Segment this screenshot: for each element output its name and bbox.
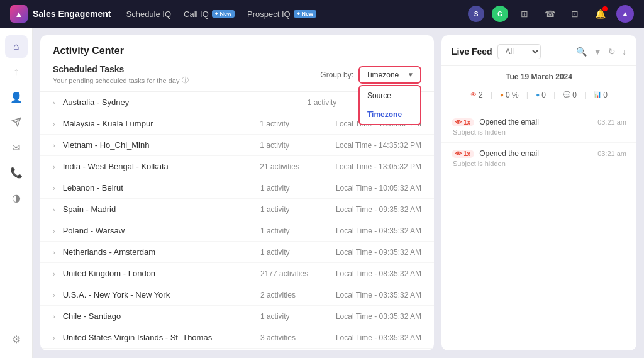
task-row[interactable]: › U.S.A. - New York - New York 2 activit… xyxy=(40,284,434,306)
nav-call-iq[interactable]: Call IQ + New xyxy=(184,9,235,19)
task-list: › Australia - Sydney 1 activity Local Ti… xyxy=(40,92,434,350)
stat-pct: ● 0 % xyxy=(500,91,519,99)
phone-icon[interactable]: ☎ xyxy=(541,5,558,23)
eye-icon: 👁 xyxy=(470,91,477,98)
row-chevron-icon: › xyxy=(53,227,55,235)
task-time: Local Time - 08:35:32 AM xyxy=(336,269,421,278)
grid-icon[interactable]: ⊞ xyxy=(516,5,533,23)
brand-logo[interactable]: ▲ Sales Engagement xyxy=(10,5,111,23)
task-name: U.S.A. - New York - New York xyxy=(63,290,260,299)
row-chevron-icon: › xyxy=(53,313,55,320)
task-time: Local Time - 09:35:32 AM xyxy=(336,205,421,214)
download-icon[interactable]: ↓ xyxy=(622,47,626,57)
user-icon[interactable]: ▲ xyxy=(616,5,634,23)
nav-prospect-iq[interactable]: Prospect IQ + New xyxy=(247,9,316,19)
feed-items: 👁 1x Opened the email 03:21 am Subject i… xyxy=(441,106,636,350)
task-time: Local Time - 09:35:32 AM xyxy=(336,248,421,257)
sidebar-item-contacts[interactable]: 👤 xyxy=(5,86,28,108)
task-row[interactable]: › Lebanon - Beirut 1 activity Local Time… xyxy=(40,177,434,199)
task-count: 1 activity xyxy=(260,248,336,257)
brand-name: Sales Engagement xyxy=(33,9,111,19)
group-by-dropdown-trigger[interactable]: Timezone ▼ xyxy=(358,66,421,84)
task-count: 3 activities xyxy=(260,333,336,342)
dropdown-option-timezone[interactable]: Timezone xyxy=(360,105,420,124)
row-chevron-icon: › xyxy=(53,142,55,149)
live-feed-icons: 🔍 ▼ ↻ ↓ xyxy=(576,47,626,57)
task-row[interactable]: › United Kingdom - London 2177 activitie… xyxy=(40,263,434,284)
task-time: Local Time - 14:35:32 PM xyxy=(335,141,421,150)
task-row[interactable]: › United States Virgin Islands - St_Thom… xyxy=(40,327,434,349)
dropdown-option-source[interactable]: Source xyxy=(360,86,420,105)
task-count: 2 activities xyxy=(260,291,336,299)
group-by-row: Group by: Timezone ▼ Source xyxy=(320,66,421,84)
scheduled-tasks-subtitle: Your pending scheduled tasks for the day… xyxy=(53,76,189,85)
task-time: Local Time - 10:05:32 AM xyxy=(336,184,421,193)
activity-icon[interactable]: ⊡ xyxy=(566,5,584,23)
task-name: Vietnam - Ho_Chi_Minh xyxy=(63,140,260,150)
filter-icon[interactable]: ▼ xyxy=(593,47,602,57)
chevron-down-icon: ▼ xyxy=(408,71,414,78)
percent-icon: ● xyxy=(500,91,504,98)
feed-item-header: 👁 1x Opened the email 03:21 am xyxy=(452,118,626,126)
row-chevron-icon: › xyxy=(53,120,55,128)
task-name: Malaysia - Kuala Lumpur xyxy=(63,119,260,128)
avatar-s[interactable]: S xyxy=(468,6,484,22)
task-row[interactable]: › Vietnam - Ho_Chi_Minh 1 activity Local… xyxy=(40,135,434,156)
task-row[interactable]: › Spain - Madrid 1 activity Local Time -… xyxy=(40,199,434,220)
chat-icon: 💬 xyxy=(563,91,570,98)
feed-item: 👁 1x Opened the email 03:21 am Subject i… xyxy=(441,111,636,143)
sidebar-item-email[interactable]: ✉ xyxy=(5,136,28,159)
task-name: Spain - Madrid xyxy=(63,204,260,214)
live-feed-filter[interactable]: All Email Call Other xyxy=(497,44,541,59)
group-by-label: Group by: xyxy=(320,70,353,79)
group-by-value: Timezone xyxy=(366,70,399,79)
row-chevron-icon: › xyxy=(53,334,55,342)
sidebar-item-upload[interactable]: ↑ xyxy=(5,60,28,83)
stat-chart: 📊 0 xyxy=(594,91,608,99)
row-chevron-icon: › xyxy=(53,249,55,256)
sidebar-item-send[interactable] xyxy=(5,111,28,133)
task-time: Local Time - 09:35:32 AM xyxy=(336,227,421,235)
info-icon: ⓘ xyxy=(182,76,189,85)
sidebar-item-settings[interactable]: ⚙ xyxy=(5,328,28,350)
sidebar-item-calls[interactable]: 📞 xyxy=(5,161,28,184)
feed-stats: 👁 2 | ● 0 % | ● 0 | 💬 0 | xyxy=(441,87,636,106)
live-feed-title: Live Feed xyxy=(452,47,492,57)
task-row[interactable]: › Netherlands - Amsterdam 1 activity Loc… xyxy=(40,242,434,263)
chart-icon: 📊 xyxy=(594,91,601,98)
activity-title: Activity Center xyxy=(53,45,421,57)
task-time: Local Time - 13:05:32 PM xyxy=(335,162,421,171)
sidebar-item-analytics[interactable]: ◑ xyxy=(5,186,28,209)
scheduled-left: Scheduled Tasks Your pending scheduled t… xyxy=(53,64,189,85)
task-time: Local Time - 03:35:32 AM xyxy=(336,291,421,299)
task-count: 21 activities xyxy=(260,162,335,171)
task-row[interactable]: › India - West Bengal - Kolkata 21 activ… xyxy=(40,156,434,177)
click-icon: ● xyxy=(536,91,540,98)
stat-replies: 💬 0 xyxy=(563,91,577,99)
task-time: Local Time - 03:35:32 AM xyxy=(336,333,421,342)
task-name: India - West Bengal - Kolkata xyxy=(63,162,260,171)
activity-header: Activity Center Scheduled Tasks Your pen… xyxy=(40,35,434,92)
task-count: 2177 activities xyxy=(260,269,336,278)
task-row[interactable]: › U.S.A. - Alaska - Anchorage 40 activit… xyxy=(40,349,434,350)
refresh-icon[interactable]: ↻ xyxy=(608,47,616,57)
task-name: United States Virgin Islands - St_Thomas xyxy=(63,333,260,342)
avatar-g[interactable]: G xyxy=(492,6,508,22)
stat-opens: 👁 2 xyxy=(470,91,483,99)
task-name: United Kingdom - London xyxy=(63,269,260,278)
group-by-dropdown-menu: Source Timezone xyxy=(358,85,421,125)
task-name: Lebanon - Beirut xyxy=(63,183,260,193)
sidebar-item-home[interactable]: ⌂ xyxy=(5,35,28,58)
nav-schedule-iq[interactable]: Schedule IQ xyxy=(126,9,172,19)
logo-icon: ▲ xyxy=(10,5,28,23)
feed-time: 03:21 am xyxy=(597,118,626,126)
sidebar: ⌂ ↑ 👤 ✉ 📞 ◑ ⚙ xyxy=(0,28,33,358)
top-navigation: ▲ Sales Engagement Schedule IQ Call IQ +… xyxy=(0,0,644,28)
feed-subject: Subject is hidden xyxy=(453,128,626,136)
search-icon[interactable]: 🔍 xyxy=(576,47,587,57)
feed-time: 03:21 am xyxy=(597,150,626,157)
task-row[interactable]: › Poland - Warsaw 1 activity Local Time … xyxy=(40,220,434,242)
task-row[interactable]: › Chile - Santiago 1 activity Local Time… xyxy=(40,306,434,327)
notification-icon[interactable]: 🔔 xyxy=(591,5,609,23)
stat-clicks: ● 0 xyxy=(536,91,546,99)
